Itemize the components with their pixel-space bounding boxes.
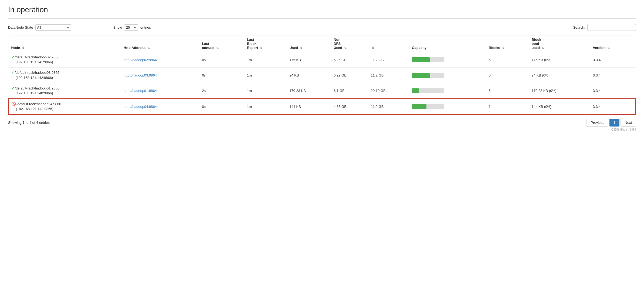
capacity-bar — [412, 73, 430, 78]
cell-node: ✔/default-rack/hadoop03:9866 (192.168.12… — [9, 68, 121, 83]
col-blocks: Blocks ⇅ — [486, 35, 529, 52]
col-used-sort-icon[interactable]: ⇅ — [300, 46, 302, 49]
previous-button[interactable]: Previous — [587, 119, 608, 127]
node-ip: (192.168.121.142:9866) — [16, 76, 53, 80]
col-capacity-extra: ⇅ — [368, 35, 409, 52]
cell-non-dfs-used: 6.26 GB — [331, 52, 368, 68]
table-row: ✔/default-rack/hadoop03:9866 (192.168.12… — [9, 68, 636, 83]
next-button[interactable]: Next — [621, 119, 636, 127]
cell-capacity-value: 11.2 GB — [368, 52, 409, 68]
node-ip: (192.168.121.143:9866) — [16, 107, 53, 111]
col-http-address: Http Address ⇅ — [121, 35, 199, 52]
col-non-dfs-sort-icon[interactable]: ⇅ — [344, 46, 347, 49]
footer: Showing 1 to 4 of 4 entries Previous 1 N… — [8, 119, 636, 127]
capacity-bar-container — [412, 104, 444, 109]
cell-node: ✔/default-rack/hadoop02:9866 (192.168.12… — [9, 52, 121, 68]
cell-non-dfs-used: 6.1 GB — [331, 83, 368, 99]
cell-blocks: 5 — [486, 52, 529, 68]
capacity-bar — [412, 57, 430, 62]
status-ok-icon: ✔ — [11, 55, 14, 59]
entries-label: entries — [140, 25, 151, 29]
node-name: ✔/default-rack/hadoop03:9866 (192.168.12… — [11, 70, 118, 80]
http-address-link[interactable]: http://hadoop01:9864 — [124, 89, 157, 93]
state-label: DataNode State — [8, 25, 33, 29]
capacity-bar — [412, 88, 419, 93]
cell-block-pool-used: 170.23 KB (0%) — [529, 83, 590, 99]
table-row: ✔/default-rack/hadoop01:9866 (192.168.12… — [9, 83, 636, 99]
search-label: Search: — [573, 25, 585, 29]
cell-capacity-bar — [409, 83, 486, 99]
col-http-sort-icon[interactable]: ⇅ — [147, 46, 150, 49]
table-row: 🚫/default-rack/hadoop04:9866 (192.168.12… — [9, 99, 636, 114]
col-node-label: Node — [11, 46, 20, 50]
col-capacity-label: Capacity — [412, 46, 426, 50]
col-last-contact: Lastcontact ⇅ — [199, 35, 244, 52]
watermark: CSDN @huan_1993 — [8, 128, 636, 131]
node-name: ✔/default-rack/hadoop01:9866 (192.168.12… — [11, 86, 118, 96]
status-warn-icon: 🚫 — [12, 102, 16, 106]
col-used-label: Used — [289, 46, 298, 50]
cell-last-contact: 2s — [199, 83, 244, 99]
http-address-link[interactable]: http://hadoop02:9864 — [124, 58, 157, 62]
col-used: Used ⇅ — [287, 35, 331, 52]
cell-last-contact: 0s — [199, 52, 244, 68]
cell-blocks: 0 — [486, 68, 529, 83]
status-ok-icon: ✔ — [11, 86, 14, 90]
cell-version: 3.3.4 — [590, 68, 636, 83]
capacity-bar-container — [412, 57, 444, 62]
cell-version: 3.3.4 — [590, 99, 636, 114]
show-select[interactable]: 10 25 50 100 — [124, 24, 138, 31]
cell-used: 170.23 KB — [287, 83, 331, 99]
col-node-sort-icon[interactable]: ⇅ — [22, 46, 24, 49]
status-ok-icon: ✔ — [11, 71, 14, 75]
col-last-block-report: LastBlockReport ⇅ — [244, 35, 287, 52]
cell-last-block-report: 1m — [244, 83, 287, 99]
col-block-pool-sort-icon[interactable]: ⇅ — [541, 46, 544, 49]
cell-last-block-report: 1m — [244, 68, 287, 83]
show-entries-control: Show 10 25 50 100 entries — [113, 24, 151, 31]
search-input[interactable] — [587, 24, 636, 31]
col-blocks-label: Blocks — [489, 46, 500, 50]
cell-last-block-report: 1m — [244, 52, 287, 68]
col-blocks-sort-icon[interactable]: ⇅ — [502, 46, 504, 49]
col-last-block-sort-icon[interactable]: ⇅ — [260, 46, 262, 49]
capacity-bar — [412, 104, 426, 109]
cell-blocks: 5 — [486, 83, 529, 99]
state-select[interactable]: All In Service Decommissioning Decommiss… — [35, 24, 71, 31]
cell-block-pool-used: 144 KB (0%) — [529, 99, 590, 114]
cell-blocks: 1 — [486, 99, 529, 114]
http-address-link[interactable]: http://hadoop04:9864 — [124, 105, 157, 109]
col-capacity: Capacity — [409, 35, 486, 52]
cell-non-dfs-used: 6.29 GB — [331, 68, 368, 83]
col-last-block-report-label: LastBlockReport — [247, 38, 258, 50]
page-1-button[interactable]: 1 — [609, 119, 619, 127]
col-node: Node ⇅ — [9, 35, 121, 52]
cell-non-dfs-used: 4.83 GB — [331, 99, 368, 114]
toolbar: DataNode State All In Service Decommissi… — [8, 24, 636, 31]
cell-http-address: http://hadoop04:9864 — [121, 99, 199, 114]
col-version-sort-icon[interactable]: ⇅ — [607, 46, 610, 49]
cell-version: 3.3.4 — [590, 52, 636, 68]
cell-used: 24 KB — [287, 68, 331, 83]
node-name: ✔/default-rack/hadoop02:9866 (192.168.12… — [11, 55, 118, 65]
node-ip: (192.168.121.140:9866) — [16, 91, 53, 95]
col-last-contact-sort-icon[interactable]: ⇅ — [216, 46, 219, 49]
cell-node: ✔/default-rack/hadoop01:9866 (192.168.12… — [9, 83, 121, 99]
col-block-pool-label: Blockpoolused — [531, 38, 541, 50]
cell-http-address: http://hadoop03:9864 — [121, 68, 199, 83]
cell-capacity-value: 11.2 GB — [368, 68, 409, 83]
col-non-dfs-used: NonDFSUsed ⇅ — [331, 35, 368, 52]
cell-http-address: http://hadoop01:9864 — [121, 83, 199, 99]
http-address-link[interactable]: http://hadoop03:9864 — [124, 73, 157, 77]
col-capacity-extra-sort-icon[interactable]: ⇅ — [372, 46, 374, 49]
capacity-bar-container — [412, 88, 444, 93]
cell-last-contact: 0s — [199, 99, 244, 114]
show-label: Show — [113, 25, 122, 29]
col-block-pool-used: Blockpoolused ⇅ — [529, 35, 590, 52]
cell-last-contact: 0s — [199, 68, 244, 83]
col-last-contact-label: Lastcontact — [202, 42, 214, 50]
cell-capacity-value: 11.2 GB — [368, 99, 409, 114]
col-non-dfs-label: NonDFSUsed — [334, 38, 342, 50]
cell-http-address: http://hadoop02:9864 — [121, 52, 199, 68]
cell-used: 144 KB — [287, 99, 331, 114]
